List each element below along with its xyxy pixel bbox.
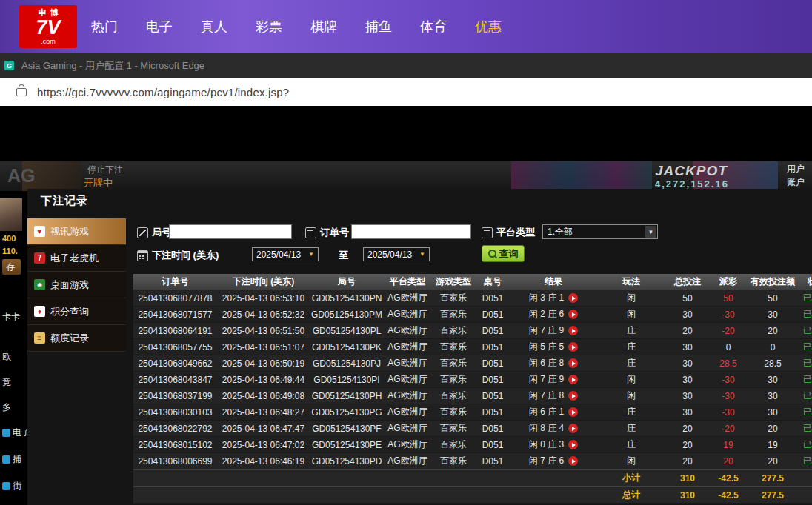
subtotal-row-valid: 277.5	[747, 473, 799, 484]
left-edge-item: 110.	[2, 247, 18, 255]
cell-valid: 30	[747, 375, 799, 385]
date-to-select[interactable]: 2025/04/13 ▼	[363, 247, 430, 261]
menu-item-4[interactable]: ♦积分查询	[27, 298, 126, 325]
menu-item-1[interactable]: ♥视讯游戏	[27, 218, 126, 245]
cell-table: D051	[476, 440, 510, 450]
cell-result: 闲 3 庄 1	[510, 292, 597, 304]
dealing-label: 开牌中	[84, 176, 113, 190]
menu-item-5[interactable]: ≡额度记录	[27, 325, 126, 352]
replay-button[interactable]	[568, 456, 578, 466]
subtotal-row-bet: 310	[665, 473, 710, 484]
cell-result: 闲 8 庄 4	[510, 422, 597, 435]
nav-item-6[interactable]: 捕鱼	[351, 18, 406, 36]
cell-bet: 50	[665, 293, 710, 304]
url-text[interactable]: https://gci.7vvvvvv.com/agingame/pcv1/in…	[37, 86, 289, 98]
cell-bet: 20	[665, 326, 710, 336]
category-icon	[2, 429, 10, 437]
bet-time-label: 下注时间 (美东)	[137, 249, 219, 262]
nav-item-1[interactable]: 热门	[77, 18, 132, 36]
user-label: 用户	[787, 163, 805, 175]
date-to-value: 2025/04/13	[367, 250, 412, 260]
table-header-row: 订单号下注时间 (美东)局号平台类型游戏类型桌号结果玩法总投注派彩有效投注额状态	[133, 274, 812, 290]
chevron-down-icon: ▼	[419, 251, 425, 258]
points-icon: ♦	[34, 306, 45, 317]
bet-records-panel: 下注记录 ♥视讯游戏7电子老虎机♣桌面游戏♦积分查询≡额度记录 局号 订单号 平…	[27, 189, 812, 505]
cell-play: 闲	[597, 455, 665, 467]
menu-item-2[interactable]: 7电子老虎机	[27, 245, 126, 272]
site-logo[interactable]: 申博 7V .com	[19, 5, 77, 48]
left-edge-item: 竞	[2, 376, 11, 389]
replay-button[interactable]	[568, 440, 578, 449]
platform-label: 平台类型	[482, 226, 535, 239]
round-label: 局号	[137, 226, 171, 239]
replay-button[interactable]	[568, 424, 578, 433]
nav-item-8[interactable]: 优惠	[461, 18, 516, 36]
replay-button[interactable]	[568, 407, 578, 417]
cell-game: 百家乐	[431, 422, 476, 435]
bet-table: 订单号下注时间 (美东)局号平台类型游戏类型桌号结果玩法总投注派彩有效投注额状态…	[133, 274, 812, 504]
replay-button[interactable]	[568, 326, 578, 335]
search-button[interactable]: 查询	[482, 245, 525, 262]
replay-button[interactable]	[568, 342, 578, 352]
nav-item-4[interactable]: 彩票	[242, 18, 296, 36]
table-row: 2504130680577552025-04-13 06:51:07GD0512…	[133, 339, 812, 355]
cell-status: 已派彩	[799, 324, 812, 337]
left-edge-item: 电子	[2, 427, 30, 439]
cell-table: D051	[476, 358, 510, 369]
nav-item-7[interactable]: 体育	[406, 18, 461, 36]
cell-game: 百家乐	[431, 406, 476, 418]
col-header-platform: 平台类型	[384, 275, 431, 288]
cell-payout: -30	[710, 391, 747, 401]
left-edge-item: 捕	[2, 453, 21, 466]
nav-item-3[interactable]: 真人	[187, 18, 242, 36]
cell-order: 250413068071577	[133, 310, 217, 320]
total-row-play: 总计	[597, 489, 665, 501]
round-input[interactable]	[169, 224, 292, 239]
left-edge-item: 卡卡	[2, 311, 20, 324]
nav-item-2[interactable]: 电子	[132, 18, 187, 36]
cell-round: GD051254130PD	[310, 456, 384, 466]
logo-text-7v: 7V	[36, 18, 60, 38]
total-row-valid: 277.5	[747, 490, 799, 501]
cell-order: 250413068006699	[133, 456, 217, 466]
cell-table: D051	[476, 310, 510, 320]
cell-valid: 30	[747, 407, 799, 418]
lock-icon	[16, 88, 27, 96]
col-header-table: 桌号	[476, 275, 510, 288]
cell-result: 闲 7 庄 6	[510, 455, 597, 467]
chevron-down-icon: ▼	[645, 226, 656, 238]
cell-platform: AG欧洲厅	[384, 455, 431, 467]
cell-platform: AG欧洲厅	[384, 324, 431, 337]
replay-button[interactable]	[568, 391, 578, 401]
menu-item-3[interactable]: ♣桌面游戏	[27, 272, 126, 298]
replay-button[interactable]	[568, 375, 578, 384]
account-label: 账户	[787, 176, 805, 189]
platform-select[interactable]: 1.全部 ▼	[542, 224, 658, 239]
replay-button[interactable]	[568, 293, 578, 303]
order-input[interactable]	[351, 224, 471, 239]
cell-bet: 30	[665, 407, 710, 418]
order-label: 订单号	[305, 226, 349, 239]
cell-order: 250413068043847	[133, 375, 217, 385]
cell-round: GD051254130PK	[310, 342, 384, 352]
cell-table: D051	[476, 293, 510, 304]
date-from-value: 2025/04/13	[256, 250, 301, 260]
cell-payout: 0	[710, 342, 747, 352]
date-from-select[interactable]: 2025/04/13 ▼	[252, 247, 319, 261]
col-header-order: 订单号	[133, 275, 217, 288]
cell-game: 百家乐	[431, 341, 476, 353]
browser-urlbar[interactable]: https://gci.7vvvvvv.com/agingame/pcv1/in…	[0, 78, 812, 106]
platform-select-value: 1.全部	[548, 226, 573, 238]
cell-result: 闲 5 庄 5	[510, 341, 597, 353]
replay-button[interactable]	[568, 310, 578, 319]
table-row: 2504130680641912025-04-13 06:51:50GD0512…	[133, 323, 812, 339]
cell-time: 2025-04-13 06:53:10	[217, 293, 310, 304]
replay-button[interactable]	[568, 358, 578, 368]
site-header: 申博 7V .com 热门电子真人彩票棋牌捕鱼体育优惠	[0, 0, 812, 53]
table-row: 2504130680496622025-04-13 06:50:19GD0512…	[133, 355, 812, 372]
jackpot-value: 4,272,152.16	[655, 178, 729, 190]
cell-platform: AG欧洲厅	[384, 292, 431, 304]
cell-play: 庄	[597, 357, 665, 369]
nav-item-5[interactable]: 棋牌	[296, 18, 351, 36]
cell-valid: 28.5	[747, 358, 799, 369]
